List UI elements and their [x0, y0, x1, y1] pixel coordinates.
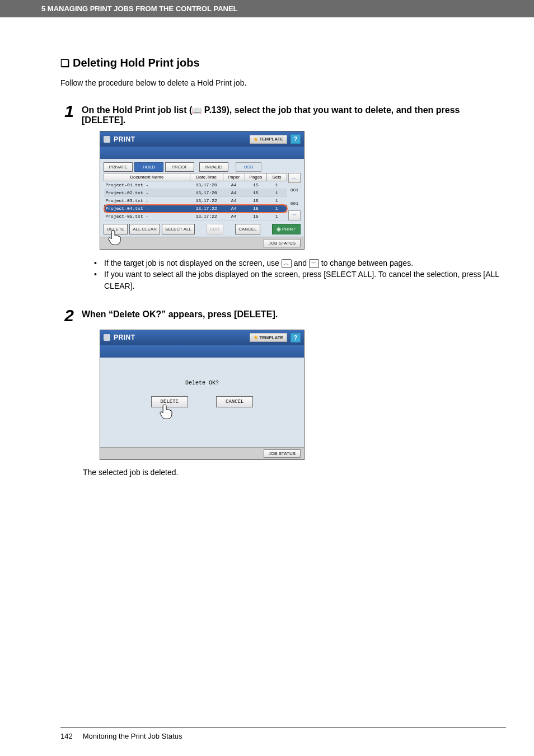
- tab-hold[interactable]: HOLD: [134, 162, 163, 172]
- step-2-number: 2: [60, 307, 74, 324]
- section-title: ❏ Deleting Hold Print jobs: [60, 57, 506, 69]
- book-icon: 📖: [192, 106, 202, 115]
- template-label: TEMPLATE: [259, 137, 283, 142]
- job-status-bar: JOB STATUS: [100, 447, 304, 459]
- footer-title: Monitoring the Print Job Status: [83, 732, 182, 740]
- step1-ref: P.139: [202, 105, 226, 115]
- panel-blue-strip: [100, 147, 304, 159]
- select-all-button[interactable]: SELECT ALL: [162, 224, 195, 234]
- table-row[interactable]: Project-03.txt -13,17:22A4151: [104, 197, 287, 205]
- scroll-down-key-icon: ﹀: [309, 259, 319, 268]
- result-text: The selected job is deleted.: [83, 468, 506, 477]
- tab-usb[interactable]: USB: [236, 162, 261, 172]
- tabs-row: PRIVATE HOLD PROOF INVALID USB: [104, 162, 301, 172]
- scroll-down-button[interactable]: ﹀: [288, 210, 301, 220]
- star-icon: ★: [254, 335, 258, 340]
- bullet-2: If you want to select all the jobs displ…: [104, 269, 506, 292]
- panel-button-row: DELETE ALL CLEAR SELECT ALL EDIT CANCEL …: [104, 220, 301, 236]
- job-status-button[interactable]: JOB STATUS: [264, 239, 301, 247]
- bullet-1c: to change between pages.: [321, 259, 413, 267]
- bullet-1b: and: [294, 259, 309, 267]
- tab-invalid[interactable]: INVALID: [199, 162, 228, 172]
- chapter-header: 5 MANAGING PRINT JOBS FROM THE CONTROL P…: [0, 0, 534, 17]
- panel-titlebar: PRINT ★TEMPLATE ?: [100, 132, 304, 147]
- page-number: 142: [60, 732, 73, 740]
- help-button[interactable]: ?: [291, 333, 301, 342]
- print-button-label: PRINT: [282, 227, 296, 232]
- all-clear-button[interactable]: ALL CLEAR: [129, 224, 160, 234]
- job-table: Document Name Date,Time Paper Pages Sets…: [104, 173, 287, 220]
- tab-proof[interactable]: PROOF: [165, 162, 194, 172]
- col-sets: Sets: [267, 173, 287, 181]
- side-strip: [21, 0, 25, 16]
- intro-text: Follow the procedure below to delete a H…: [60, 78, 506, 87]
- panel-titlebar: PRINT ★TEMPLATE ?: [100, 330, 304, 345]
- col-date-time: Date,Time: [190, 173, 223, 181]
- job-status-bar: JOB STATUS: [100, 237, 304, 249]
- help-button[interactable]: ?: [291, 134, 301, 144]
- panel-title: PRINT: [114, 135, 135, 143]
- edit-button[interactable]: EDIT: [207, 224, 223, 234]
- bullet-dot-icon: •: [94, 257, 100, 269]
- template-label: TEMPLATE: [259, 335, 283, 340]
- table-row[interactable]: Project-02.txt -13,17:20A4151: [104, 189, 287, 197]
- square-bullet-icon: ❏: [60, 58, 69, 68]
- col-paper: Paper: [223, 173, 245, 181]
- page-footer: 142 Monitoring the Print Job Status: [60, 727, 506, 740]
- print-button[interactable]: PRINT: [272, 224, 301, 234]
- table-row[interactable]: Project-01.txt -13,17:20A4151: [104, 181, 287, 189]
- table-row[interactable]: Project-05.txt -13,17:22A4151: [104, 213, 287, 220]
- col-document-name: Document Name: [104, 173, 190, 181]
- step1-part-a: On the Hold Print job list (: [82, 105, 192, 115]
- confirm-delete-label: DELETE: [161, 399, 179, 405]
- note-bullets: • If the target job is not displayed on …: [94, 257, 506, 292]
- tab-private[interactable]: PRIVATE: [104, 162, 133, 172]
- print-panel-screenshot: PRINT ★TEMPLATE ? PRIVATE HOLD PROOF INV…: [100, 131, 305, 250]
- scroll-up-key-icon: ︿: [282, 259, 292, 268]
- chevron-up-icon: ︿: [292, 174, 297, 182]
- panel-title: PRINT: [114, 334, 135, 341]
- scroll-page-bottom: 001: [288, 197, 301, 211]
- section-title-text: Deleting Hold Print jobs: [73, 57, 200, 69]
- panel-blue-strip: [100, 345, 304, 358]
- confirm-delete-button[interactable]: DELETE: [151, 396, 188, 407]
- scroll-page-top: 001: [288, 183, 301, 197]
- star-icon: ★: [254, 137, 258, 142]
- diamond-icon: [277, 227, 281, 231]
- delete-button[interactable]: DELETE: [104, 224, 128, 234]
- delete-prompt: Delete OK?: [106, 380, 298, 386]
- step-1-text: On the Hold Print job list (📖 P.139), se…: [82, 105, 506, 125]
- step-2-text: When “Delete OK?” appears, press [DELETE…: [82, 309, 506, 320]
- bullet-1a: If the target job is not displayed on th…: [104, 259, 282, 267]
- confirm-cancel-button[interactable]: CANCEL: [216, 396, 253, 407]
- table-row-selected[interactable]: Project-04.txt -13,17:22A4151: [104, 205, 287, 213]
- hand-cursor-icon: [158, 403, 174, 420]
- template-button[interactable]: ★TEMPLATE: [250, 135, 287, 144]
- print-icon: [104, 136, 110, 143]
- job-status-button[interactable]: JOB STATUS: [264, 449, 301, 458]
- scroll-column: ︿ 001 001 ﹀: [288, 173, 301, 220]
- chevron-down-icon: ﹀: [292, 212, 297, 219]
- template-button[interactable]: ★TEMPLATE: [250, 333, 287, 342]
- bullet-dot-icon: •: [94, 269, 100, 292]
- print-icon: [104, 334, 110, 341]
- step-1-number: 1: [60, 103, 74, 120]
- scroll-up-button[interactable]: ︿: [288, 173, 301, 183]
- confirm-panel-screenshot: PRINT ★TEMPLATE ? Delete OK? DELETE CANC…: [100, 330, 305, 460]
- cancel-button[interactable]: CANCEL: [235, 224, 260, 234]
- col-pages: Pages: [245, 173, 266, 181]
